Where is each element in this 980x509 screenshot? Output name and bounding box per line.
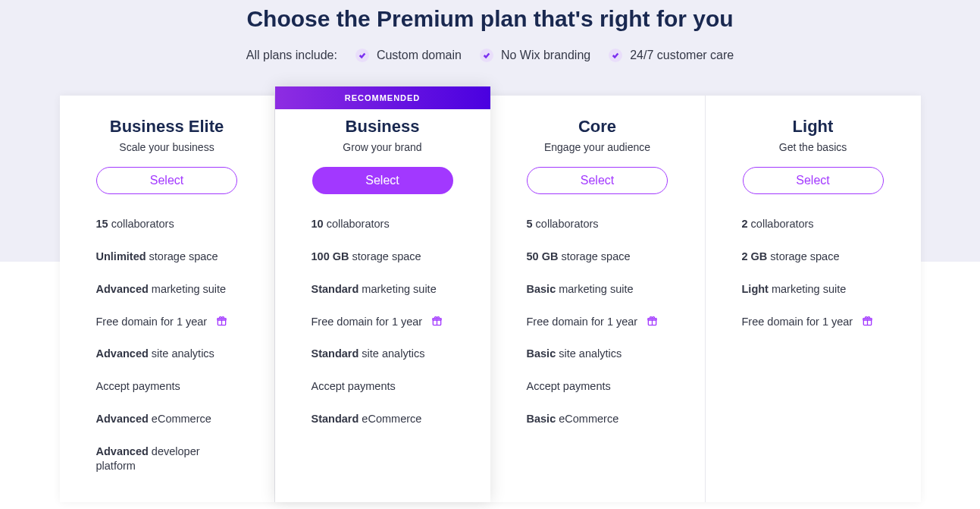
feature-bold: Basic: [527, 413, 556, 425]
plan-tagline: Grow your brand: [312, 141, 454, 153]
feature-item: 5 collaborators: [527, 217, 668, 231]
feature-bold: Light: [742, 283, 769, 295]
pricing-page: Choose the Premium plan that's right for…: [0, 0, 980, 502]
feature-bold: Standard: [312, 283, 359, 295]
include-item-customer-care: 24/7 customer care: [609, 49, 734, 62]
feature-bold: Standard: [312, 413, 359, 425]
feature-text: collaborators: [108, 218, 174, 230]
plan-name: Light: [742, 117, 885, 137]
feature-item: Light marketing suite: [742, 282, 885, 297]
feature-text: Free domain for 1 year: [96, 316, 208, 328]
page-title: Choose the Premium plan that's right for…: [246, 6, 733, 32]
select-button[interactable]: Select: [743, 167, 884, 194]
plan-name: Business: [312, 117, 454, 137]
feature-text: marketing suite: [358, 283, 436, 295]
feature-item: 2 GB storage space: [742, 250, 885, 264]
feature-item: Advanced site analytics: [96, 347, 238, 361]
feature-item: Standard marketing suite: [312, 282, 454, 297]
feature-item: Advanced developer platform: [96, 445, 238, 473]
feature-text: storage space: [767, 250, 839, 262]
feature-text: Free domain for 1 year: [312, 316, 423, 328]
feature-bold: 100 GB: [312, 250, 349, 262]
feature-list: 15 collaboratorsUnlimited storage spaceA…: [96, 217, 238, 473]
includes-row: All plans include: Custom domain No Wix …: [246, 49, 734, 62]
feature-item: Free domain for 1 year: [96, 315, 238, 329]
feature-text: eCommerce: [149, 413, 211, 425]
feature-item: Accept payments: [312, 379, 454, 394]
feature-bold: 2: [742, 218, 748, 230]
feature-list: 2 collaborators2 GB storage spaceLight m…: [742, 217, 885, 328]
feature-text: collaborators: [324, 218, 390, 230]
feature-bold: Basic: [527, 283, 556, 295]
plan-tagline: Get the basics: [742, 141, 885, 153]
gift-icon: [216, 315, 227, 326]
feature-text: Accept payments: [312, 380, 396, 392]
select-button[interactable]: Select: [96, 167, 237, 194]
check-icon: [355, 49, 369, 62]
feature-bold: 2 GB: [742, 250, 768, 262]
feature-bold: Basic: [527, 347, 556, 360]
feature-bold: 10: [312, 218, 324, 230]
feature-item: 100 GB storage space: [312, 250, 454, 264]
include-text: No Wix branding: [501, 49, 590, 62]
feature-text: site analytics: [149, 347, 214, 360]
feature-text: Free domain for 1 year: [527, 316, 638, 328]
feature-item: Unlimited storage space: [96, 250, 238, 264]
feature-bold: 15: [96, 218, 108, 230]
feature-item: Free domain for 1 year: [312, 315, 454, 329]
feature-item: Free domain for 1 year: [527, 315, 668, 329]
feature-bold: Advanced: [96, 445, 149, 457]
feature-bold: Standard: [312, 347, 359, 360]
include-text: 24/7 customer care: [630, 49, 734, 62]
feature-item: Standard site analytics: [312, 347, 454, 361]
feature-item: Advanced marketing suite: [96, 282, 238, 297]
plan-tagline: Engage your audience: [527, 141, 668, 153]
feature-item: Basic site analytics: [527, 347, 668, 361]
feature-bold: 50 GB: [527, 250, 559, 262]
plan-name: Core: [527, 117, 668, 137]
plan-card-business: RECOMMENDEDBusinessGrow your brandSelect…: [275, 86, 490, 502]
feature-text: marketing suite: [149, 283, 226, 295]
feature-item: Accept payments: [96, 379, 238, 394]
select-button[interactable]: Select: [527, 167, 668, 194]
select-button[interactable]: Select: [312, 167, 453, 194]
feature-bold: Advanced: [96, 347, 149, 360]
feature-text: eCommerce: [358, 413, 421, 425]
feature-item: 2 collaborators: [742, 217, 885, 231]
include-item-no-branding: No Wix branding: [480, 49, 590, 62]
plan-card-core: CoreEngage your audienceSelect5 collabor…: [490, 96, 706, 502]
plan-card-business-elite: Business EliteScale your businessSelect1…: [60, 96, 275, 502]
feature-text: marketing suite: [769, 283, 846, 295]
feature-text: storage space: [146, 250, 218, 262]
gift-icon: [862, 315, 873, 326]
feature-item: 10 collaborators: [312, 217, 454, 231]
feature-list: 5 collaborators50 GB storage spaceBasic …: [527, 217, 668, 426]
feature-item: Accept payments: [527, 379, 668, 394]
feature-text: site analytics: [556, 347, 622, 360]
feature-text: site analytics: [358, 347, 424, 360]
include-text: Custom domain: [377, 49, 462, 62]
feature-item: Standard eCommerce: [312, 412, 454, 426]
feature-text: storage space: [349, 250, 421, 262]
feature-text: eCommerce: [556, 413, 618, 425]
feature-item: Basic eCommerce: [527, 412, 668, 426]
feature-bold: Unlimited: [96, 250, 146, 262]
feature-text: Free domain for 1 year: [742, 316, 853, 328]
feature-item: Free domain for 1 year: [742, 315, 885, 329]
feature-item: Advanced eCommerce: [96, 412, 238, 426]
feature-bold: Advanced: [96, 413, 149, 425]
feature-bold: 5: [527, 218, 533, 230]
check-icon: [609, 49, 622, 62]
feature-text: marketing suite: [556, 283, 633, 295]
check-icon: [480, 49, 493, 62]
feature-text: Accept payments: [96, 380, 180, 392]
feature-text: collaborators: [533, 218, 599, 230]
feature-text: storage space: [558, 250, 630, 262]
plan-card-light: LightGet the basicsSelect2 collaborators…: [706, 96, 921, 502]
plan-tagline: Scale your business: [96, 141, 238, 153]
plan-cards: Business EliteScale your businessSelect1…: [60, 96, 921, 502]
feature-item: Basic marketing suite: [527, 282, 668, 297]
include-item-custom-domain: Custom domain: [355, 49, 462, 62]
recommended-banner: RECOMMENDED: [275, 86, 490, 109]
feature-item: 50 GB storage space: [527, 250, 668, 264]
